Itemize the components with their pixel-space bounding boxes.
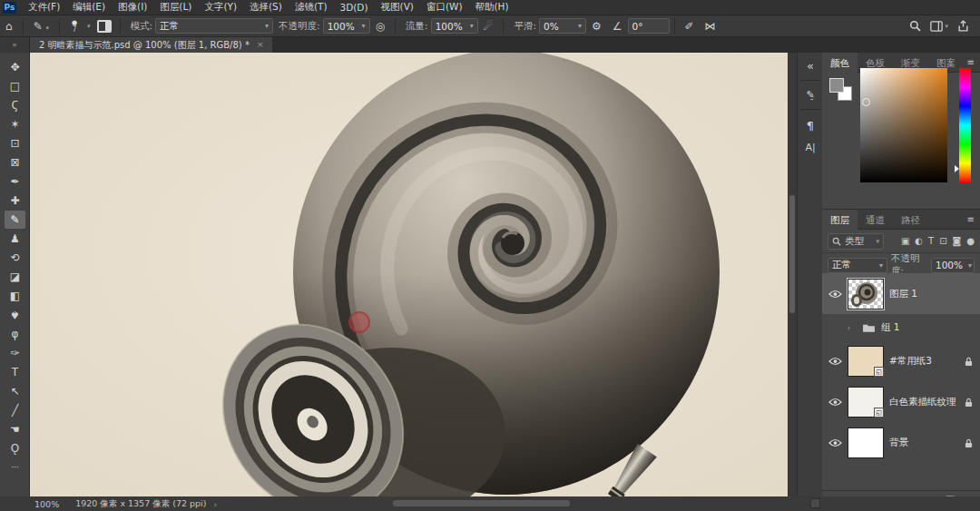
airbrush-icon[interactable]: ☄ xyxy=(478,20,499,33)
brush-preset-picker[interactable]: ● 7 xyxy=(64,20,84,33)
filter-type-layers-icon[interactable]: T xyxy=(928,236,934,246)
layer-thumbnail[interactable]: ◱ xyxy=(848,346,884,377)
filter-pixel-layers-icon[interactable]: ▣ xyxy=(901,236,909,246)
menu-layer[interactable]: 图层(L) xyxy=(153,0,198,15)
hue-slider[interactable] xyxy=(959,68,971,182)
history-brush-tool[interactable]: ⟲ xyxy=(5,249,25,267)
filter-adjustment-layers-icon[interactable]: ◐ xyxy=(915,236,923,246)
canvas-viewport[interactable] xyxy=(30,53,788,496)
layer-name[interactable]: 白色素描纸纹理 xyxy=(889,396,956,408)
layer-row-background[interactable]: 背景 xyxy=(822,423,980,463)
tab-strip-overflow-icon[interactable]: » xyxy=(0,37,30,53)
layers-panel-menu-icon[interactable]: ≡ xyxy=(967,214,980,224)
layer-row-paper3[interactable]: ◱ #常用纸3 xyxy=(822,341,980,381)
vertical-scrollbar-thumb[interactable] xyxy=(789,195,795,313)
clone-stamp-tool[interactable]: ♟ xyxy=(5,230,25,248)
marquee-tool[interactable]: □ xyxy=(5,77,25,95)
dodge-tool[interactable]: φ xyxy=(5,325,25,343)
layer-name[interactable]: 背景 xyxy=(889,437,956,449)
menu-select[interactable]: 选择(S) xyxy=(243,0,289,15)
collapse-panels-icon[interactable]: « xyxy=(798,54,823,76)
brush-tool-preset-icon[interactable]: ✎ ▾ xyxy=(28,20,54,33)
shape-tool[interactable]: ╱ xyxy=(5,401,25,419)
opacity-select[interactable]: 100% ▾ xyxy=(323,18,370,34)
workspace-switcher-icon[interactable]: ▾ xyxy=(930,21,948,32)
layer-opacity-select[interactable]: 100% ▾ xyxy=(931,258,975,273)
edit-toolbar-button[interactable]: ··· xyxy=(5,458,25,477)
visibility-eye-icon[interactable] xyxy=(828,357,842,366)
tab-color[interactable]: 颜色 xyxy=(822,53,858,73)
blur-tool[interactable]: ♠ xyxy=(5,306,25,324)
menu-view[interactable]: 视图(V) xyxy=(375,0,420,15)
pressure-size-icon[interactable]: ✐ xyxy=(680,20,700,33)
horizontal-scrollbar-thumb[interactable] xyxy=(393,500,570,506)
healing-brush-tool[interactable]: ✚ xyxy=(5,192,25,210)
brush-tool[interactable]: ✎ xyxy=(5,211,25,229)
lasso-tool[interactable]: Ϛ xyxy=(5,96,25,114)
path-select-tool[interactable]: ↖ xyxy=(5,382,25,400)
group-expand-chevron-icon[interactable]: › xyxy=(848,324,857,332)
status-chevron-icon[interactable]: › xyxy=(213,499,217,509)
panel-foreground-swatch[interactable] xyxy=(829,78,844,93)
smoothing-gear-icon[interactable]: ⚙ xyxy=(586,20,607,33)
tab-layers[interactable]: 图层 xyxy=(822,210,858,230)
menu-image[interactable]: 图像(I) xyxy=(112,0,153,15)
share-icon[interactable] xyxy=(957,20,969,32)
visibility-eye-icon[interactable] xyxy=(828,398,842,407)
pressure-opacity-icon[interactable]: ◎ xyxy=(370,20,390,33)
layer-filter-type-select[interactable]: 类型 ▾ xyxy=(828,233,884,250)
search-icon[interactable] xyxy=(909,20,921,32)
layer-name[interactable]: 图层 1 xyxy=(889,288,975,300)
filter-smart-objects-icon[interactable]: ◙ xyxy=(953,236,962,246)
visibility-eye-icon[interactable] xyxy=(828,290,842,299)
menu-edit[interactable]: 编辑(E) xyxy=(66,0,112,15)
menu-filter[interactable]: 滤镜(T) xyxy=(289,0,334,15)
brush-picker-caret[interactable]: ▾ xyxy=(87,23,91,30)
menu-window[interactable]: 窗口(W) xyxy=(420,0,469,15)
type-tool[interactable]: T xyxy=(5,363,25,381)
layer-name[interactable]: #常用纸3 xyxy=(889,355,956,368)
quick-select-tool[interactable]: ✶ xyxy=(5,115,25,133)
flow-select[interactable]: 100% ▾ xyxy=(431,18,478,34)
close-tab-icon[interactable]: × xyxy=(257,37,264,53)
toggle-brush-settings-panel-icon[interactable] xyxy=(97,20,112,33)
zoom-tool[interactable]: Ǫ xyxy=(5,439,25,457)
home-icon[interactable]: ⌂ xyxy=(0,20,18,33)
zoom-level[interactable]: 100% xyxy=(34,499,59,509)
saturation-brightness-field[interactable] xyxy=(860,68,947,182)
frame-tool[interactable]: ⊠ xyxy=(5,153,25,172)
document-tab[interactable]: 2 明暗素描与示范.psd @ 100% (图层 1, RGB/8) * × xyxy=(30,37,272,53)
tab-channels[interactable]: 通道 xyxy=(858,210,893,230)
menu-3d[interactable]: 3D(D) xyxy=(333,1,374,14)
layer-thumbnail[interactable] xyxy=(848,427,884,458)
layer-name[interactable]: 组 1 xyxy=(881,321,975,334)
pen-tool[interactable]: ✑ xyxy=(5,344,25,362)
layer-row-texture[interactable]: ◱ 白色素描纸纹理 xyxy=(822,382,980,422)
menu-file[interactable]: 文件(F) xyxy=(22,0,66,15)
move-tool[interactable]: ✥ xyxy=(5,58,25,76)
brush-settings-panel-icon[interactable]: ✎̠ xyxy=(798,84,823,105)
paragraph-panel-icon[interactable]: ¶ xyxy=(798,114,823,136)
layer-blend-mode-select[interactable]: 正常 ▾ xyxy=(828,258,887,273)
gradient-tool[interactable]: ◧ xyxy=(5,287,25,305)
menu-type[interactable]: 文字(Y) xyxy=(198,0,243,15)
smudge-tool[interactable]: ☚ xyxy=(5,420,25,438)
character-panel-icon[interactable]: A| xyxy=(798,136,823,158)
blend-mode-select[interactable]: 正常 ▾ xyxy=(155,18,273,34)
eyedropper-tool[interactable]: ✒ xyxy=(5,172,25,191)
smoothing-select[interactable]: 0% ▾ xyxy=(539,18,586,34)
layer-thumbnail[interactable] xyxy=(848,279,884,310)
eraser-tool[interactable]: ◪ xyxy=(5,268,25,286)
filter-shape-layers-icon[interactable]: ⊡ xyxy=(939,236,946,246)
color-cursor[interactable] xyxy=(862,98,870,106)
visibility-eye-icon[interactable] xyxy=(828,438,842,447)
layer-row-layer1[interactable]: 图层 1 xyxy=(822,273,980,314)
symmetry-icon[interactable]: ⋈ xyxy=(700,20,721,33)
layer-row-group1[interactable]: › 组 1 xyxy=(822,315,980,340)
brush-angle-field[interactable]: 0° xyxy=(628,18,670,34)
layer-thumbnail[interactable]: ◱ xyxy=(848,387,884,418)
layer-filter-toggle-icon[interactable]: ● xyxy=(966,236,975,246)
menu-help[interactable]: 帮助(H) xyxy=(469,0,515,15)
hue-slider-marker[interactable] xyxy=(955,165,959,172)
color-panel-menu-icon[interactable]: ≡ xyxy=(967,57,980,67)
